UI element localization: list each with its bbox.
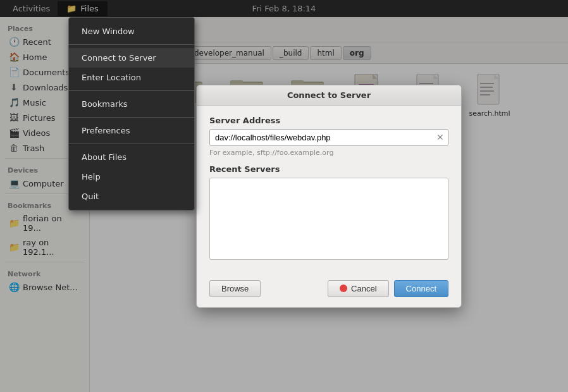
dropdown-menu: New Window Connect to Server Enter Locat… [68, 17, 195, 211]
menu-separator-4 [69, 144, 194, 144]
browse-button[interactable]: Browse [209, 280, 261, 297]
recent-servers-box [209, 178, 448, 260]
menu-item-new-window[interactable]: New Window [69, 21, 194, 41]
server-address-hint: For example, sftp://foo.example.org [209, 149, 448, 157]
dialog-footer: Browse Cancel Connect [197, 280, 461, 307]
menu-item-enter-location[interactable]: Enter Location [69, 68, 194, 87]
server-address-clear-button[interactable]: ✕ [433, 130, 448, 145]
menu-separator-2 [69, 90, 194, 91]
dialog-body: Server Address ✕ For example, sftp://foo… [197, 106, 461, 280]
menu-item-bookmarks[interactable]: Bookmarks [69, 94, 194, 114]
menu-item-quit[interactable]: Quit [69, 187, 194, 206]
menu-item-help[interactable]: Help [69, 167, 194, 187]
menu-separator-3 [69, 117, 194, 118]
server-address-input[interactable] [210, 130, 433, 145]
menu-item-about-files[interactable]: About Files [69, 147, 194, 167]
connect-button[interactable]: Connect [394, 280, 448, 297]
connect-to-server-dialog: Connect to Server Server Address ✕ For e… [196, 85, 462, 308]
menu-item-connect-to-server[interactable]: Connect to Server [69, 48, 194, 68]
recent-servers-label: Recent Servers [209, 164, 448, 174]
dialog-titlebar: Connect to Server [197, 85, 461, 106]
server-address-label: Server Address [209, 116, 448, 125]
cancel-button[interactable]: Cancel [328, 280, 388, 297]
menu-separator-1 [69, 44, 194, 45]
cancel-label: Cancel [351, 284, 376, 293]
server-address-input-row: ✕ [209, 129, 448, 146]
menu-item-preferences[interactable]: Preferences [69, 121, 194, 140]
cancel-red-dot [340, 285, 347, 292]
dialog-footer-right: Cancel Connect [328, 280, 448, 297]
